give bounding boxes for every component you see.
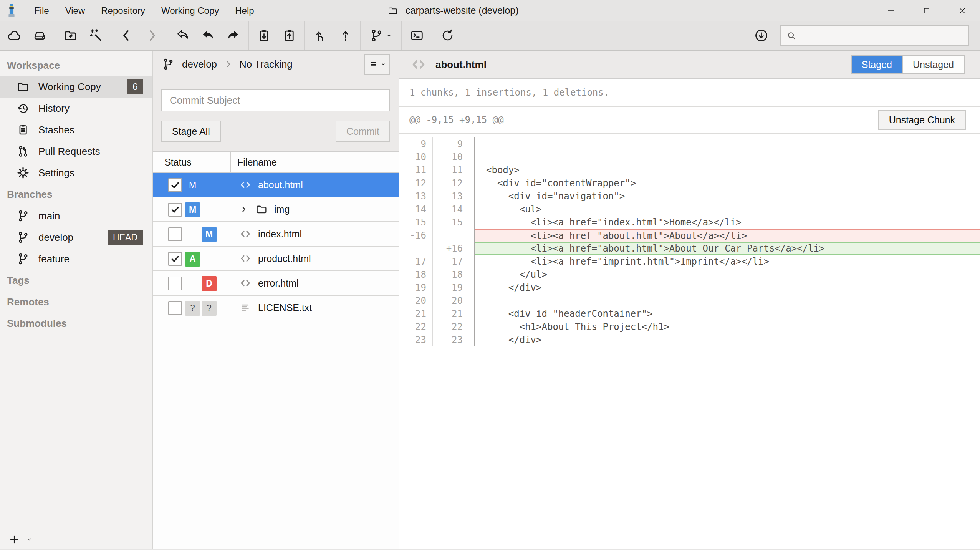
open-repository-button[interactable] [58, 23, 83, 48]
cloud-button[interactable] [2, 23, 27, 48]
maximize-button[interactable] [909, 0, 944, 21]
stage-checkbox[interactable] [168, 252, 182, 266]
discard-button[interactable] [170, 23, 195, 48]
branch-options-button[interactable] [364, 54, 390, 75]
undo-button[interactable] [195, 23, 220, 48]
sidebar-item-pull-requests[interactable]: Pull Requests [0, 141, 152, 162]
code-file-icon [239, 227, 252, 240]
redo-button[interactable] [220, 23, 246, 48]
plus-icon[interactable] [8, 534, 20, 545]
stash-save-button[interactable] [276, 23, 302, 48]
sidebar-branch-develop[interactable]: develop HEAD [0, 227, 152, 248]
code-text: <h1>About This Project</h1> [475, 320, 980, 333]
sidebar-branch-feature[interactable]: feature [0, 248, 152, 270]
sidebar-footer [8, 534, 33, 545]
staged-status-badge: ? [185, 301, 200, 316]
code-text: </div> [475, 333, 980, 346]
new-line-number: 19 [433, 281, 475, 294]
rebase-button[interactable] [333, 23, 358, 48]
tab-unstaged[interactable]: Unstaged [902, 56, 964, 73]
diff-line: 2222 <h1>About This Project</h1> [399, 320, 980, 333]
sidebar-item-history[interactable]: History [0, 98, 152, 119]
commit-button[interactable]: Commit [336, 121, 390, 142]
stash-apply-button[interactable] [251, 23, 276, 48]
file-row-product-html[interactable]: A product.html [153, 247, 399, 271]
staged-status-badge: M [185, 202, 200, 217]
section-remotes[interactable]: Remotes [0, 291, 152, 313]
code-text: <ul> [475, 203, 980, 216]
merge-button[interactable] [307, 23, 333, 48]
old-line-number: 22 [399, 320, 433, 333]
new-line-number: 13 [433, 190, 475, 203]
branch-label: feature [38, 253, 70, 265]
app-logo-icon [5, 3, 18, 18]
menu-view[interactable]: View [57, 0, 93, 21]
stage-all-button[interactable]: Stage All [161, 121, 221, 142]
file-row-index-html[interactable]: M index.html [153, 222, 399, 247]
fetch-button[interactable] [748, 23, 774, 48]
sidebar-item-stashes[interactable]: Stashes [0, 119, 152, 141]
sidebar-branch-main[interactable]: main [0, 205, 152, 227]
status-column-header[interactable]: Status [153, 152, 231, 172]
file-row-license-txt[interactable]: ? ? LICENSE.txt [153, 296, 399, 320]
forward-button[interactable] [139, 23, 164, 48]
history-icon [16, 101, 30, 115]
new-line-number: 11 [433, 164, 475, 177]
unstage-chunk-button[interactable]: Unstage Chunk [878, 110, 966, 130]
staged-status-badge: A [185, 252, 200, 267]
gear-icon [16, 166, 30, 180]
stage-checkbox[interactable] [168, 277, 182, 290]
expand-chevron-icon[interactable] [239, 204, 249, 214]
filename-column-header[interactable]: Filename [231, 157, 277, 168]
branch-bar: develop No Tracking [153, 51, 399, 78]
new-line-number: +16 [433, 242, 475, 255]
refresh-button[interactable] [435, 23, 460, 48]
diff-code-area: 99 1010 1111<body> 1212 <div id="content… [399, 134, 980, 346]
file-row-error-html[interactable]: D error.html [153, 271, 399, 296]
diff-line: 2121 <div id="headerContainer"> [399, 307, 980, 320]
code-text: <li><a href="about.html">About</a></li> [475, 229, 980, 242]
menu-working-copy[interactable]: Working Copy [153, 0, 227, 21]
unstaged-status-badge: D [202, 276, 217, 291]
branch-label: main [38, 210, 60, 222]
git-branch-icon [16, 252, 30, 266]
menu-repository[interactable]: Repository [93, 0, 153, 21]
staged-status-badge: M [185, 178, 200, 193]
arrow-curve-out-icon [175, 28, 190, 43]
local-drive-button[interactable] [27, 23, 52, 48]
stage-checkbox[interactable] [168, 227, 182, 241]
quick-actions-button[interactable] [83, 23, 108, 48]
stage-checkbox[interactable] [168, 301, 182, 315]
tab-staged[interactable]: Staged [852, 56, 902, 73]
stage-checkbox[interactable] [168, 178, 182, 192]
chevron-down-icon [380, 61, 387, 68]
back-button[interactable] [114, 23, 139, 48]
file-table-header: Status Filename [153, 152, 399, 173]
sidebar-item-working-copy[interactable]: Working Copy 6 [0, 76, 152, 98]
close-button[interactable] [944, 0, 980, 21]
section-tags[interactable]: Tags [0, 270, 152, 291]
chevron-down-icon[interactable] [25, 536, 33, 543]
minimize-button[interactable] [873, 0, 909, 21]
old-line-number: 14 [399, 203, 433, 216]
file-row-img[interactable]: M img [153, 197, 399, 222]
section-submodules[interactable]: Submodules [0, 313, 152, 334]
unstaged-status-badge: M [202, 227, 217, 242]
toolbar-separator [360, 21, 361, 50]
old-line-number: 11 [399, 164, 433, 177]
sidebar-item-settings[interactable]: Settings [0, 162, 152, 184]
commit-subject-input[interactable] [161, 89, 390, 111]
diff-line: 99 [399, 138, 980, 151]
menu-file[interactable]: File [26, 0, 57, 21]
staged-unstaged-toggle: Staged Unstaged [851, 55, 965, 74]
file-name: error.html [258, 278, 299, 289]
search-icon [786, 30, 797, 41]
menu-help[interactable]: Help [227, 0, 262, 21]
clipboard-down-icon [257, 28, 271, 43]
terminal-button[interactable] [404, 23, 429, 48]
search-input[interactable] [780, 25, 969, 46]
branch-dropdown-button[interactable] [363, 23, 399, 48]
stage-checkbox[interactable] [168, 203, 182, 217]
commit-pane: develop No Tracking Stage All Commit Sta… [153, 51, 399, 549]
file-row-about-html[interactable]: M about.html [153, 173, 399, 197]
